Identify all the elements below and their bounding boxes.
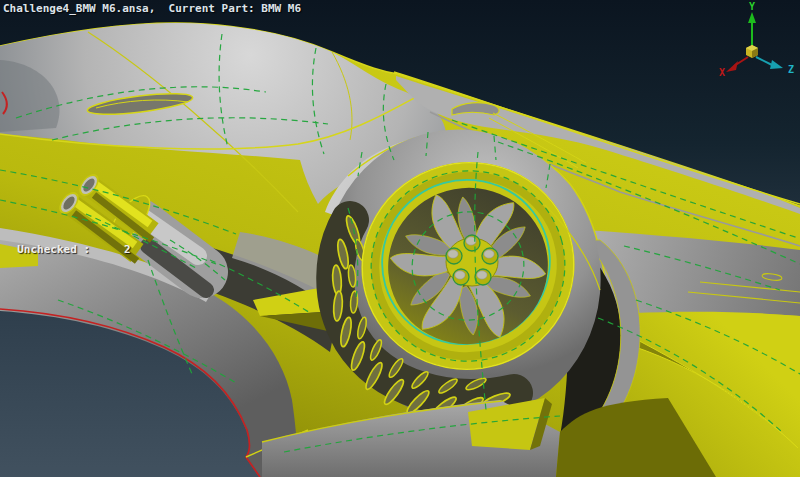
axis-x-label: X: [719, 67, 725, 78]
3d-viewport[interactable]: Y X Z Challenge4_BMW M6.ansa, Current Pa…: [0, 0, 800, 477]
axis-y-label: Y: [749, 1, 755, 12]
unchecked-label: Unchecked :: [17, 243, 90, 256]
unchecked-count: 2: [124, 243, 131, 256]
window-title: Challenge4_BMW M6.ansa, Current Part: BM…: [3, 3, 301, 15]
axis-z-label: Z: [788, 64, 794, 75]
unchecked-status: Unchecked :2: [4, 232, 131, 256]
